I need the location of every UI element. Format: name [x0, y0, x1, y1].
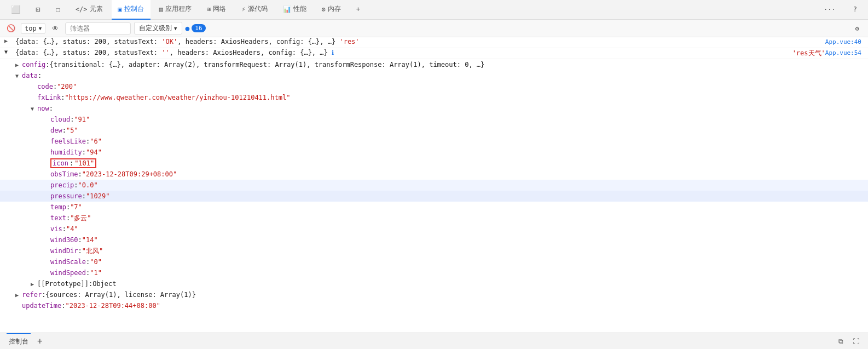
refer-value: {sources: Array(1), license: Array(1)}	[45, 291, 196, 299]
humidity-value: "94"	[86, 148, 102, 156]
updatetime-key: updateTime	[22, 302, 61, 310]
log-tag-2: 'res天气'	[792, 49, 825, 58]
now-expand-icon[interactable]: ▼	[31, 106, 37, 112]
fxlink-value: "https://www.qweather.com/weather/yinzho…	[65, 94, 291, 101]
winddir-value: "北风"	[82, 247, 103, 256]
log-line-2[interactable]: ▼ {data: {…}, status: 200, statusText: '…	[0, 48, 868, 59]
icon-highlight-box: icon : "101"	[50, 158, 96, 168]
tree-temp: temp : "7"	[0, 202, 868, 213]
toggle-area-1[interactable]: ▶	[4, 38, 13, 44]
tab-memory[interactable]: ⚙ 内存	[315, 0, 348, 20]
data-expand-icon[interactable]: ▼	[15, 73, 22, 79]
filter-input[interactable]	[65, 22, 131, 35]
temp-key: temp	[50, 203, 66, 211]
tree-cloud: cloud : "91"	[0, 114, 868, 125]
config-expand-icon[interactable]: ▶	[15, 62, 22, 68]
icon-key: icon	[53, 159, 68, 167]
tree-feelslike: feelsLike : "6"	[0, 136, 868, 147]
tab-inspect[interactable]: ⊡	[29, 0, 47, 20]
toggle-area-2[interactable]: ▼	[4, 49, 13, 55]
prototype-expand-icon[interactable]: ▶	[31, 281, 37, 287]
refer-expand-icon[interactable]: ▶	[15, 292, 22, 298]
tab-app-label: 应用程序	[165, 4, 192, 14]
tab-more[interactable]: ···	[817, 0, 842, 20]
tab-network[interactable]: ≋ 网络	[200, 0, 233, 20]
eye-icon: 👁	[52, 25, 59, 32]
tab-perf-label: 性能	[293, 4, 306, 14]
expand-icon-1[interactable]: ▶	[4, 38, 11, 44]
tree-vis: vis : "4"	[0, 224, 868, 234]
vis-value: "4"	[66, 225, 78, 233]
custom-level-chevron-icon: ▼	[174, 26, 177, 31]
pressure-key: pressure	[50, 192, 82, 200]
add-tab-icon: +	[356, 5, 360, 13]
expand-icon-2[interactable]: ▼	[4, 49, 11, 55]
windscale-colon: :	[86, 258, 90, 266]
tree-now-toggle[interactable]: ▼ now :	[0, 103, 868, 114]
cloud-colon: :	[70, 116, 74, 123]
pressure-colon: :	[82, 192, 86, 200]
eye-button[interactable]: 👁	[49, 22, 62, 35]
tree-fxlink: fxLink : "https://www.qweather.com/weath…	[0, 92, 868, 103]
windscale-key: windScale	[50, 258, 86, 266]
tree-dew: dew : "5"	[0, 125, 868, 136]
data-key: data	[22, 72, 38, 79]
fxlink-colon: :	[61, 94, 65, 101]
level-chevron-icon: ▼	[39, 26, 42, 31]
tab-source[interactable]: ⚡ 源代码	[235, 0, 274, 20]
log-text-1: {data: {…}, status: 200, statusText: 'OK…	[15, 38, 825, 45]
tree-obstime: obsTime : "2023-12-28T09:29+08:00"	[0, 169, 868, 180]
settings-gear-icon: ⚙	[855, 25, 859, 32]
console-content[interactable]: ▶ {data: {…}, status: 200, statusText: '…	[0, 37, 868, 333]
updatetime-colon: :	[61, 302, 65, 310]
prototype-value: Object	[92, 280, 116, 288]
log-line-1[interactable]: ▶ {data: {…}, status: 200, statusText: '…	[0, 37, 868, 48]
cloud-key: cloud	[50, 116, 70, 123]
prototype-key: [[Prototype]]	[37, 280, 89, 288]
log-source-1[interactable]: App.vue:40	[825, 38, 868, 45]
perf-icon: 📊	[283, 5, 291, 13]
source-link-1[interactable]: App.vue:40	[825, 38, 861, 45]
clear-console-button[interactable]: 🚫	[4, 22, 18, 35]
level-selector[interactable]: top ▼	[21, 23, 45, 34]
prototype-colon: :	[89, 280, 92, 288]
icon-value: "101"	[74, 159, 94, 167]
source-link-2[interactable]: App.vue:54	[825, 49, 861, 56]
dew-value: "5"	[66, 127, 78, 134]
info-dot-icon: ●	[186, 24, 190, 32]
settings-button[interactable]: ⚙	[850, 22, 864, 35]
tree-data-toggle[interactable]: ▼ data :	[0, 70, 868, 81]
dew-colon: :	[62, 127, 66, 134]
tab-cursor[interactable]: ☐	[49, 0, 66, 20]
obstime-colon: :	[78, 170, 82, 178]
custom-level-button[interactable]: 自定义级别 ▼	[134, 22, 182, 35]
badge-area: ● 16	[186, 24, 206, 32]
tab-app[interactable]: ▤ 应用程序	[153, 0, 198, 20]
log-source-2[interactable]: App.vue:54	[825, 49, 868, 56]
tab-elements[interactable]: </> 元素	[69, 0, 109, 20]
text-key: text	[50, 214, 66, 222]
code-colon: :	[53, 83, 57, 90]
tree-updatetime: updateTime : "2023-12-28T09:44+08:00"	[0, 300, 868, 311]
config-colon: :	[45, 61, 49, 68]
pressure-value: "1029"	[86, 192, 109, 200]
tab-elements-label: 元素	[90, 4, 103, 14]
tab-device[interactable]: ⬜	[4, 0, 27, 20]
dew-key: dew	[50, 127, 62, 134]
tab-add[interactable]: +	[350, 0, 367, 20]
tree-humidity: humidity : "94"	[0, 147, 868, 158]
tree-refer[interactable]: ▶ refer : {sources: Array(1), license: A…	[0, 289, 868, 300]
tab-perf[interactable]: 📊 性能	[276, 0, 313, 20]
tab-console[interactable]: ▣ 控制台	[112, 0, 151, 20]
humidity-colon: :	[82, 148, 86, 156]
cloud-value: "91"	[74, 116, 90, 123]
config-key: config	[22, 61, 45, 68]
elements-icon: </>	[76, 5, 88, 13]
help-icon: ?	[853, 5, 857, 13]
tab-memory-label: 内存	[328, 4, 341, 14]
code-key: code	[37, 83, 53, 90]
tree-config[interactable]: ▶ config : {transitional: {…}, adapter: …	[0, 59, 868, 70]
obstime-value: "2023-12-28T09:29+08:00"	[82, 170, 177, 178]
tree-prototype[interactable]: ▶ [[Prototype]] : Object	[0, 278, 868, 289]
tab-help[interactable]: ?	[847, 0, 864, 20]
